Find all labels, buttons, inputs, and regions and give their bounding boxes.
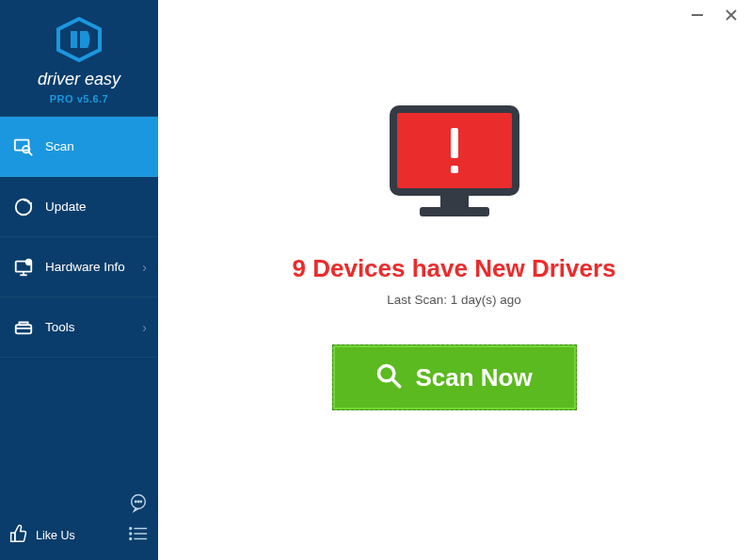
svg-point-34 bbox=[379, 366, 394, 381]
scan-now-label: Scan Now bbox=[415, 363, 532, 392]
alert-monitor-icon bbox=[384, 102, 525, 228]
svg-rect-33 bbox=[451, 166, 458, 173]
like-us-button[interactable]: Like Us bbox=[9, 524, 75, 547]
last-scan-label: Last Scan: 1 day(s) ago bbox=[387, 293, 521, 307]
logo-area: driver easy PRO v5.6.7 bbox=[0, 0, 158, 117]
brand-name: driver easy bbox=[0, 70, 158, 89]
svg-rect-30 bbox=[440, 192, 469, 207]
titlebar bbox=[688, 6, 741, 24]
chevron-right-icon: › bbox=[142, 320, 147, 335]
svg-point-17 bbox=[140, 501, 141, 502]
sidebar-item-tools[interactable]: Tools › bbox=[0, 297, 158, 358]
sidebar-item-update[interactable]: Update bbox=[0, 177, 158, 237]
svg-point-15 bbox=[136, 501, 136, 502]
svg-rect-2 bbox=[15, 139, 29, 150]
sidebar-item-label: Scan bbox=[45, 139, 74, 153]
tools-icon bbox=[13, 317, 34, 338]
svg-point-19 bbox=[130, 528, 132, 530]
update-icon bbox=[13, 197, 34, 217]
brand-logo-icon bbox=[55, 17, 104, 66]
status-headline: 9 Devices have New Drivers bbox=[293, 254, 616, 283]
sidebar-item-hardware-info[interactable]: i Hardware Info › bbox=[0, 237, 158, 297]
svg-rect-32 bbox=[451, 128, 458, 158]
svg-rect-31 bbox=[420, 207, 489, 216]
sidebar-item-scan[interactable]: Scan bbox=[0, 117, 158, 177]
scan-now-button[interactable]: Scan Now bbox=[332, 344, 577, 410]
menu-icon[interactable] bbox=[128, 525, 149, 546]
sidebar-item-label: Update bbox=[45, 200, 87, 214]
sidebar-spacer bbox=[0, 358, 158, 485]
hardware-info-icon: i bbox=[13, 257, 34, 278]
scan-icon bbox=[13, 136, 34, 157]
main-content: 9 Devices have New Drivers Last Scan: 1 … bbox=[158, 0, 750, 560]
sidebar: driver easy PRO v5.6.7 Scan Update bbox=[0, 0, 158, 560]
svg-point-21 bbox=[130, 533, 132, 535]
search-icon bbox=[375, 362, 402, 392]
svg-rect-1 bbox=[77, 31, 80, 48]
sidebar-item-label: Hardware Info bbox=[45, 260, 125, 274]
like-us-label: Like Us bbox=[36, 529, 75, 542]
chat-icon[interactable] bbox=[128, 492, 149, 517]
svg-point-23 bbox=[130, 538, 132, 540]
minimize-button[interactable] bbox=[688, 6, 707, 24]
svg-point-16 bbox=[137, 501, 138, 502]
svg-rect-18 bbox=[11, 533, 15, 541]
close-button[interactable] bbox=[722, 6, 741, 24]
chevron-right-icon: › bbox=[142, 260, 147, 275]
svg-line-4 bbox=[29, 152, 33, 155]
sidebar-bottom: Like Us bbox=[0, 485, 158, 560]
svg-line-35 bbox=[393, 380, 400, 387]
version-label: PRO v5.6.7 bbox=[0, 93, 158, 104]
thumbs-up-icon bbox=[9, 524, 28, 547]
sidebar-item-label: Tools bbox=[45, 320, 75, 334]
